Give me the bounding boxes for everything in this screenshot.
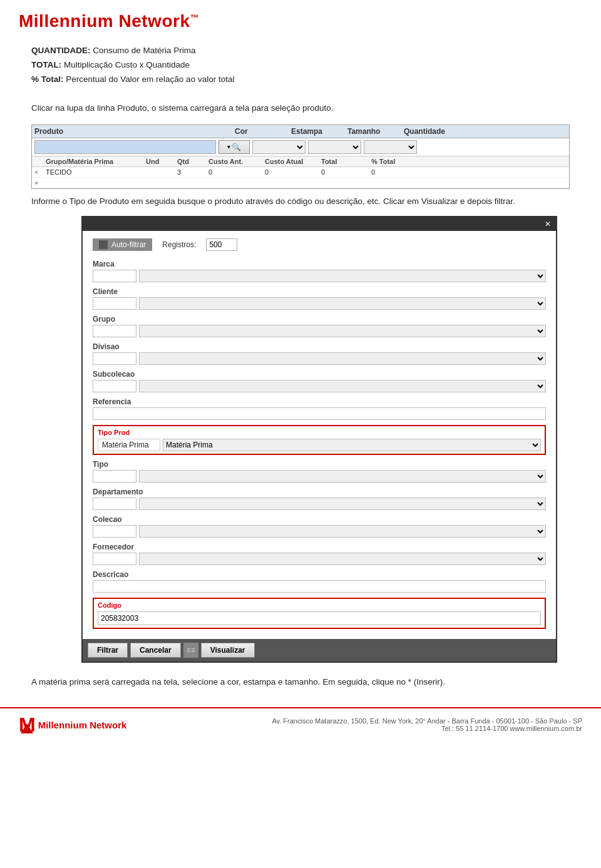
- filter-field-cliente: Cliente: [93, 287, 546, 310]
- pct-total-line: % Total: Percentual do Valor em relação …: [31, 73, 570, 87]
- quantidade-text: Consumo de Matéria Prima: [93, 46, 195, 55]
- divisao-input-code[interactable]: [93, 352, 136, 365]
- product-table-area: Produto Cor Estampa Tamanho Quantidade ▾…: [31, 125, 570, 189]
- filtrar-button[interactable]: Filtrar: [88, 643, 128, 658]
- cor-select[interactable]: [252, 140, 306, 154]
- col-custo-atual-header: Custo Atual: [265, 158, 321, 165]
- marca-select[interactable]: [139, 270, 546, 282]
- filtrar-label: Filtrar: [97, 646, 118, 655]
- departamento-input-code[interactable]: [93, 498, 136, 510]
- fornecedor-label: Fornecedor: [93, 543, 546, 551]
- referencia-input[interactable]: [93, 407, 546, 420]
- bottom-instruction: A matéria prima será carregada na tela, …: [31, 669, 570, 702]
- col-total-header: Total: [321, 158, 371, 165]
- row-total-text: 0: [321, 168, 325, 176]
- tamanho-select[interactable]: [364, 140, 417, 154]
- auto-filtrar-icon: [99, 240, 108, 249]
- grupo-row: [93, 325, 546, 337]
- product-table-header: Produto Cor Estampa Tamanho Quantidade: [32, 125, 569, 138]
- row2-delete-btn[interactable]: ×: [34, 179, 46, 186]
- col-tamanho-label: Tamanho: [347, 127, 380, 136]
- filter-toolbar: Auto-filtrar Registros:: [93, 236, 546, 253]
- divisao-select[interactable]: [139, 352, 546, 365]
- col-grupo-label: Grupo/Matéria Prima: [46, 158, 113, 165]
- marca-input-code[interactable]: [93, 270, 136, 282]
- col-total-label: Total: [321, 158, 337, 165]
- col-grupo-header: Grupo/Matéria Prima: [46, 158, 146, 165]
- footer-brand-name: Millennium Network: [38, 720, 127, 730]
- colecao-input-code[interactable]: [93, 525, 136, 538]
- clicar-instruction: Clicar na lupa da linha Produto, o siste…: [31, 101, 570, 116]
- marca-row: [93, 270, 546, 282]
- row-pct-total-text: 0: [371, 168, 375, 176]
- cliente-select[interactable]: [139, 297, 546, 310]
- tipo-select[interactable]: [139, 470, 546, 483]
- descricao-input[interactable]: [93, 580, 546, 593]
- visualizar-button[interactable]: Visualizar: [201, 643, 255, 658]
- filter-field-referencia: Referencia: [93, 397, 546, 420]
- cliente-row: [93, 297, 546, 310]
- divisao-label-text: Divisao: [93, 342, 120, 351]
- instruction-span: Informe o Tipo de Produto em seguida bus…: [31, 197, 515, 206]
- filter-field-departamento: Departamento: [93, 488, 546, 510]
- sub-table-header: Grupo/Matéria Prima Und Qtd Custo Ant. C…: [32, 156, 569, 167]
- subcolecao-label: Subcolecao: [93, 370, 546, 379]
- row-delete-btn[interactable]: ×: [34, 168, 46, 176]
- svg-rect-2: [187, 651, 190, 652]
- pct-total-text: Percentual do Valor em relação ao valor …: [66, 74, 234, 84]
- grupo-input-code[interactable]: [93, 325, 136, 337]
- marca-label: Marca: [93, 260, 546, 268]
- svg-rect-1: [187, 650, 190, 650]
- filter-dialog-close-icon[interactable]: ✕: [545, 220, 551, 228]
- bottom-instruction-text: A matéria prima será carregada na tela, …: [31, 677, 445, 687]
- fornecedor-select[interactable]: [139, 553, 546, 565]
- marca-label-text: Marca: [93, 260, 115, 268]
- search-button[interactable]: ▾ 🔍: [218, 140, 250, 154]
- col-und-header: Und: [146, 158, 177, 165]
- row-total: 0: [321, 168, 371, 176]
- grupo-select[interactable]: [139, 325, 546, 337]
- filter-field-grupo: Grupo: [93, 315, 546, 337]
- filter-field-tipo: Tipo: [93, 460, 546, 483]
- col-produto-label: Produto: [34, 127, 63, 136]
- table-row-empty: ×: [32, 178, 569, 188]
- footer-right: Av. Francisco Matarazzo, 1500, Ed. New Y…: [272, 717, 582, 732]
- colecao-select[interactable]: [139, 525, 546, 538]
- search-icon: 🔍: [232, 143, 241, 151]
- filter-field-colecao: Colecao: [93, 515, 546, 538]
- subcolecao-input-code[interactable]: [93, 380, 136, 392]
- footer-brand: Millennium Network: [38, 720, 127, 730]
- tipo-prod-select[interactable]: Matéria Prima: [163, 439, 541, 451]
- col-und-label: Und: [146, 158, 159, 165]
- referencia-label: Referencia: [93, 397, 546, 406]
- estampa-select[interactable]: [308, 140, 361, 154]
- col-custo-ant-label: Custo Ant.: [208, 158, 243, 165]
- tipo-input-code[interactable]: [93, 470, 136, 483]
- tipo-prod-value-row: Matéria Prima Matéria Prima: [98, 439, 541, 451]
- resize-icon: [183, 643, 198, 658]
- page-header: Millennium Network™: [0, 0, 601, 38]
- footer-address: Av. Francisco Matarazzo, 1500, Ed. New Y…: [272, 717, 582, 725]
- row-qtd: 3: [177, 168, 208, 176]
- auto-filtrar-button[interactable]: Auto-filtrar: [93, 238, 152, 251]
- product-search-input[interactable]: [34, 140, 216, 154]
- cliente-input-code[interactable]: [93, 297, 136, 310]
- fornecedor-input-code[interactable]: [93, 553, 136, 565]
- col-qtd-label: Qtd: [177, 158, 189, 165]
- descricao-label-text: Descricao: [93, 570, 128, 579]
- filter-content: Auto-filtrar Registros: Marca: [83, 231, 556, 639]
- col-cor-header: Cor: [235, 127, 291, 136]
- registros-input[interactable]: [206, 238, 237, 251]
- departamento-select[interactable]: [139, 498, 546, 510]
- col-custo-ant-header: Custo Ant.: [208, 158, 265, 165]
- codigo-input[interactable]: [98, 611, 541, 625]
- product-search-row: ▾ 🔍: [32, 138, 569, 156]
- departamento-row: [93, 498, 546, 510]
- cancelar-label: Cancelar: [140, 646, 172, 655]
- col-quantidade-header: Quantidade: [404, 127, 460, 136]
- subcolecao-select[interactable]: [139, 380, 546, 392]
- divisao-label: Divisao: [93, 342, 546, 351]
- tipo-prod-value-text: Matéria Prima: [98, 439, 160, 451]
- filter-field-divisao: Divisao: [93, 342, 546, 365]
- cancelar-button[interactable]: Cancelar: [130, 643, 181, 658]
